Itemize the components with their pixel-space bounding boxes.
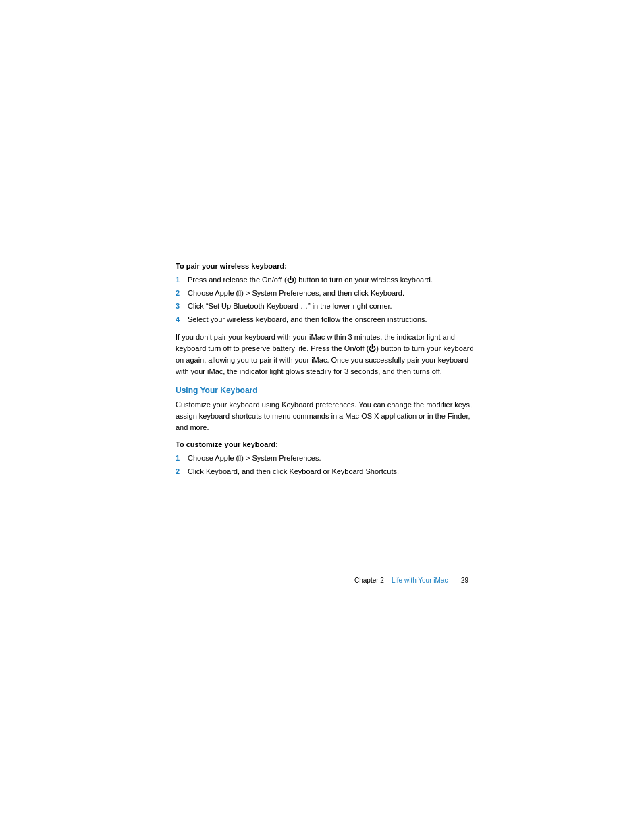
chapter-link: Life with Your iMac [392,577,448,584]
page-number: 29 [461,577,468,584]
pair-steps-list: 1Press and release the On/off (⏻) button… [176,274,479,325]
footer-area: Chapter 2 Life with Your iMac 29 [0,577,644,584]
pair-wireless-label: To pair your wireless keyboard: [176,262,479,270]
chapter-prefix: Chapter 2 [354,577,384,584]
step-number: 2 [176,288,185,299]
step-text: Press and release the On/off (⏻) button … [188,274,479,286]
using-keyboard-heading: Using Your Keyboard [176,386,479,395]
step-text: Click Keyboard, and then click Keyboard … [188,466,479,477]
footer-text: Chapter 2 Life with Your iMac 29 [354,577,468,584]
customize-steps-list: 1Choose Apple () > System Preferences.2… [176,452,479,477]
step-number: 3 [176,301,185,312]
footer-separator [386,577,390,584]
pair-note: If you don’t pair your keyboard with you… [176,332,479,377]
using-keyboard-body: Customize your keyboard using Keyboard p… [176,399,479,434]
step-number: 1 [176,452,185,464]
list-item: 2Click Keyboard, and then click Keyboard… [176,466,479,477]
list-item: 1Press and release the On/off (⏻) button… [176,274,479,286]
list-item: 1Choose Apple () > System Preferences. [176,452,479,464]
step-text: Select your wireless keyboard, and then … [188,314,479,325]
footer-spacing [450,577,459,584]
page: To pair your wireless keyboard: 1Press a… [0,0,644,834]
customize-label: To customize your keyboard: [176,440,479,448]
step-text: Click “Set Up Bluetooth Keyboard …” in t… [188,301,479,312]
step-text: Choose Apple () > System Preferences, a… [188,288,479,299]
list-item: 3Click “Set Up Bluetooth Keyboard …” in … [176,301,479,312]
list-item: 4Select your wireless keyboard, and then… [176,314,479,325]
content-area: To pair your wireless keyboard: 1Press a… [176,262,479,484]
list-item: 2Choose Apple () > System Preferences, … [176,288,479,299]
step-number: 1 [176,274,185,286]
step-text: Choose Apple () > System Preferences. [188,452,479,464]
step-number: 2 [176,466,185,477]
step-number: 4 [176,314,185,325]
